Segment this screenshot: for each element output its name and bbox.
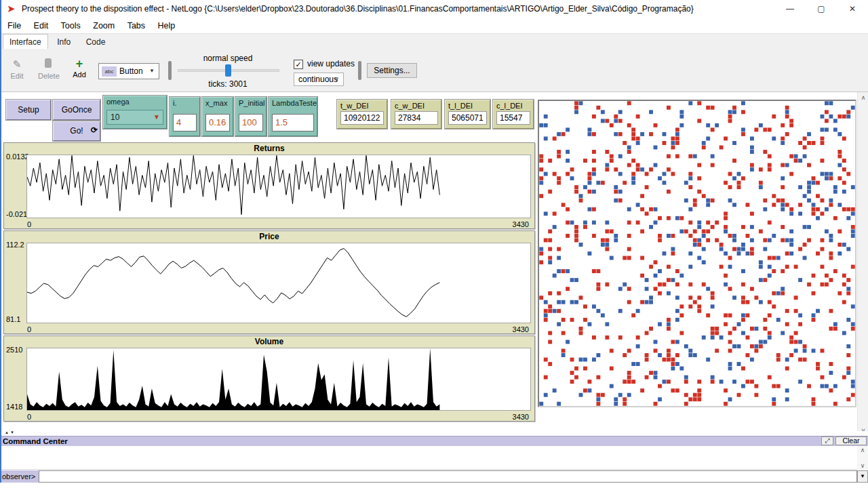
window-title: Prospect theory to the disposition effec… <box>22 0 694 18</box>
tab-bar: Interface Info Code <box>0 33 868 49</box>
toolbar: ✎ Edit Delete + Add abc Button ▼ normal … <box>0 49 868 92</box>
x-axis-min: 0 <box>27 325 31 333</box>
world-view <box>538 100 856 407</box>
patches-canvas <box>539 101 855 406</box>
price-plot: Price 112.2 81.1 0 3430 <box>3 230 535 334</box>
edit-widget-button[interactable]: ✎ Edit <box>8 58 26 80</box>
command-input[interactable] <box>39 470 857 483</box>
returns-plot: Returns 0.0132 -0.0217 0 3430 <box>3 142 535 229</box>
bottom-strip <box>0 483 868 488</box>
input-lambda-teste-field[interactable]: 1.5 <box>272 114 314 131</box>
plot-title: Returns <box>4 144 534 153</box>
netlogo-window: ➤ Prospect theory to the disposition eff… <box>0 0 868 488</box>
command-center-scrollbar[interactable]: ∧ ∨ <box>857 446 868 470</box>
splitter-arrows-icon[interactable]: ▲▼ <box>5 430 16 434</box>
edit-label: Edit <box>11 72 24 80</box>
view-updates-checkbox[interactable]: ✓ <box>294 60 303 69</box>
menu-file[interactable]: File <box>3 18 26 33</box>
command-center-splitter[interactable]: ▲▼ <box>0 431 868 436</box>
speed-slider-thumb[interactable] <box>225 64 231 77</box>
menu-bar: File Edit Tools Zoom Tabs Help <box>0 18 868 33</box>
eraser-icon <box>38 58 58 72</box>
input-p-initial-label: P_initial <box>239 99 265 107</box>
monitor-value: 27834 <box>395 111 438 125</box>
monitor-label: c_w_DEI <box>395 102 425 110</box>
y-axis-min: 1418 <box>6 403 22 411</box>
monitor-value: 5065071 <box>448 111 487 125</box>
pencil-icon: ✎ <box>8 58 26 72</box>
expand-icon: ⤢ <box>825 437 829 444</box>
input-lambda-teste-label: LambdaTeste <box>272 99 317 107</box>
go-forever-button[interactable]: Go! ⟳ <box>53 121 100 141</box>
monitor-label: t_w_DEI <box>340 102 369 110</box>
command-center-expand-button[interactable]: ⤢ <box>821 436 833 445</box>
menu-edit[interactable]: Edit <box>29 18 54 33</box>
chevron-down-icon: ∨ <box>334 73 339 85</box>
toolbar-separator <box>168 61 172 80</box>
scroll-up-icon[interactable]: ∧ <box>857 447 868 453</box>
input-p-initial-field[interactable]: 100 <box>239 114 263 131</box>
y-axis-max: 2510 <box>6 346 22 354</box>
plot-area <box>26 348 531 411</box>
input-i-field[interactable]: 4 <box>173 114 197 131</box>
go-label: Go! <box>70 126 83 136</box>
menu-tabs[interactable]: Tabs <box>123 18 150 33</box>
monitor-c-l-dei: c_l_DEI 15547 <box>493 100 534 129</box>
delete-widget-button[interactable]: Delete <box>38 58 58 80</box>
widget-type-dropdown[interactable]: abc Button ▼ <box>98 63 159 79</box>
settings-button[interactable]: Settings... <box>367 63 417 78</box>
input-x-max-label: x_max <box>205 99 227 107</box>
speed-label: normal speed <box>180 54 275 63</box>
scroll-down-icon[interactable]: ∨ <box>857 462 868 469</box>
forever-icon: ⟳ <box>91 121 98 140</box>
go-once-button[interactable]: GoOnce <box>53 100 100 120</box>
omega-label: omega <box>106 98 130 106</box>
agent-type-dropdown[interactable]: ▼ <box>857 470 868 483</box>
close-button[interactable]: ✕ <box>837 0 868 18</box>
command-center-output <box>0 446 857 470</box>
button-widget-icon: abc <box>102 66 117 77</box>
widget-type-value: Button <box>119 64 143 79</box>
command-center-title: Command Center <box>3 436 68 447</box>
menu-tools[interactable]: Tools <box>56 18 85 33</box>
ticks-counter: ticks: 3001 <box>180 79 275 89</box>
monitor-label: t_l_DEI <box>448 102 473 110</box>
plot-area <box>26 243 531 323</box>
update-mode-dropdown[interactable]: continuous ∨ <box>294 73 344 86</box>
omega-chooser-value-box[interactable]: 10 ▼ <box>106 110 163 125</box>
dropdown-arrow-icon: ▼ <box>149 64 155 79</box>
add-label: Add <box>73 70 86 79</box>
y-axis-max: 0.0132 <box>6 152 29 161</box>
minimize-button[interactable]: — <box>774 0 806 18</box>
plot-title: Volume <box>4 337 534 346</box>
tab-interface[interactable]: Interface <box>3 34 48 49</box>
netlogo-logo-icon: ➤ <box>7 3 16 15</box>
add-widget-button[interactable]: + Add <box>71 57 88 79</box>
input-x-max: x_max 0.16 <box>202 97 233 136</box>
observer-prompt-label: observer> <box>0 470 39 483</box>
y-axis-min: 81.1 <box>6 315 20 323</box>
monitor-t-w-dei: t_w_DEI 10920122 <box>337 100 387 129</box>
setup-button[interactable]: Setup <box>6 100 51 120</box>
menu-zoom[interactable]: Zoom <box>88 18 119 33</box>
maximize-button[interactable]: ▢ <box>806 0 837 18</box>
scroll-up-icon[interactable]: ∧ <box>858 94 868 101</box>
y-axis-max: 112.2 <box>6 241 24 249</box>
view-updates-label: view updates <box>307 59 355 68</box>
chooser-arrow-icon: ▼ <box>153 110 160 124</box>
toolbar-separator <box>358 61 361 80</box>
tab-code[interactable]: Code <box>80 35 112 49</box>
input-i-label: i. <box>173 99 177 107</box>
window-left-border <box>0 0 1 483</box>
omega-chooser[interactable]: omega 10 ▼ <box>103 96 167 129</box>
input-i: i. 4 <box>170 97 200 136</box>
x-axis-min: 0 <box>27 413 31 421</box>
monitor-t-l-dei: t_l_DEI 5065071 <box>445 100 490 129</box>
input-x-max-field[interactable]: 0.16 <box>205 114 230 131</box>
interface-vertical-scrollbar[interactable]: ∧ ∨ <box>857 92 868 436</box>
monitor-value: 15547 <box>496 111 530 125</box>
tab-info[interactable]: Info <box>51 35 77 49</box>
menu-help[interactable]: Help <box>153 18 180 33</box>
clear-button[interactable]: Clear <box>835 436 867 445</box>
volume-plot: Volume 2510 1418 0 3430 <box>3 336 535 422</box>
